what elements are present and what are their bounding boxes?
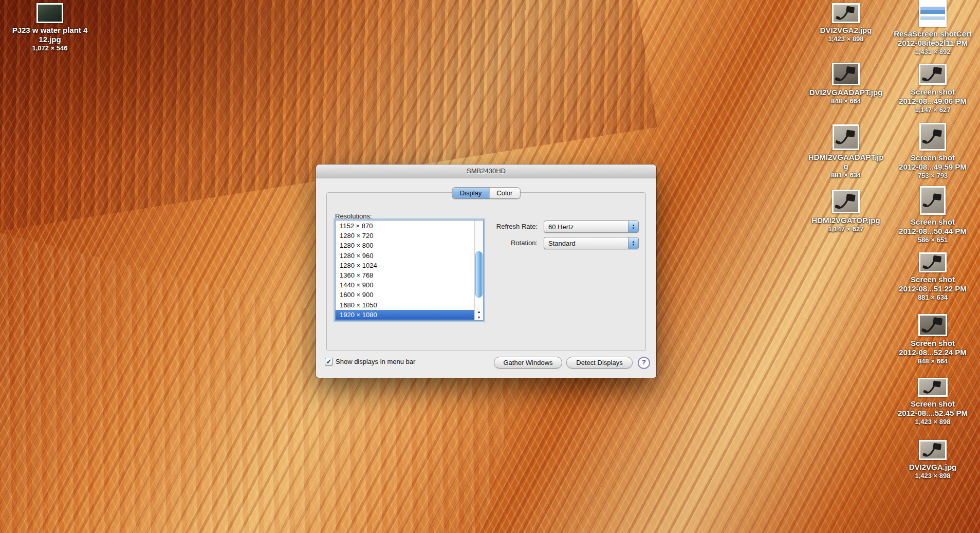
thumbnail-photo [834, 191, 858, 212]
icon-dimensions: 1,423 × 898 [886, 418, 980, 426]
rotation-label: Rotation: [455, 239, 538, 247]
thumbnail-photo [834, 64, 858, 84]
icon-dimensions: 1,147 × 627 [886, 106, 979, 114]
adapter-glyph-icon [920, 65, 945, 83]
resolution-option[interactable]: 1280 × 800 [336, 241, 475, 250]
desktop-icon[interactable]: HDMI2VGAADAPT.jpg 881 × 634 [800, 124, 892, 179]
scroll-down-arrow[interactable]: ▼ [475, 315, 483, 320]
resolutions-list[interactable]: 1152 × 8701280 × 7201280 × 8001280 × 960… [335, 220, 484, 321]
icon-dimensions: 753 × 793 [886, 172, 979, 180]
show-displays-checkbox[interactable]: ✓ [325, 358, 333, 366]
scrollbar-thumb[interactable] [475, 251, 483, 298]
file-thumbnail-icon [919, 123, 946, 151]
file-thumbnail-icon [833, 124, 859, 150]
adapter-glyph-icon [920, 442, 945, 458]
thumbnail-photo [919, 379, 946, 395]
desktop-icon[interactable]: Screen shot2012-08...49.06 PM 1,147 × 62… [886, 64, 979, 114]
resolution-option[interactable]: 1280 × 720 [336, 231, 475, 241]
thumbnail-photo [921, 188, 944, 213]
thumbnail-photo [834, 5, 858, 22]
icon-label-line: Screen shot [886, 399, 980, 409]
resolution-option[interactable]: 1440 × 900 [336, 280, 475, 290]
file-thumbnail-icon [918, 314, 947, 336]
file-thumbnail-icon [919, 0, 947, 27]
desktop-icon[interactable]: Screen shot2012-08....52.45 PM 1,423 × 8… [886, 378, 980, 426]
file-thumbnail-icon [832, 3, 860, 23]
icon-label-line: ResaScreen shotCert [886, 29, 980, 39]
adapter-glyph-icon [921, 188, 944, 213]
thumbnail-photo [920, 2, 945, 25]
thumbnail-photo [920, 442, 945, 458]
desktop-icon[interactable]: HDMI2VGATOP.jpg 1,147 × 627 [800, 190, 892, 233]
icon-label: DVI2VGAADAPT.jpg [800, 88, 892, 97]
icon-label-line: 12.jpg [1, 35, 99, 44]
icon-label-line: g [800, 162, 892, 171]
resolution-option[interactable]: 1600 × 900 [336, 290, 475, 300]
tab-display[interactable]: Display [453, 188, 489, 198]
displays-preferences-window: SMB2430HD Display Color Resolutions: 115… [316, 164, 656, 378]
resolution-option[interactable]: 1360 × 768 [336, 270, 475, 280]
adapter-glyph-icon [920, 254, 945, 271]
icon-label: DVI2VGA2.jpg [800, 26, 892, 35]
icon-label-line: Screen shot [886, 153, 979, 162]
icon-label-line: 2012-08...49.59 PM [886, 162, 979, 172]
desktop-icon[interactable]: ResaScreen shotCert2012-08ite52l11 PM 1,… [886, 0, 980, 56]
resolution-option[interactable]: 1152 × 870 [336, 221, 475, 231]
file-thumbnail-icon [36, 3, 63, 23]
resolution-option[interactable]: 1680 × 1050 [336, 300, 475, 310]
rotation-select[interactable]: Standard ▲▼ [544, 237, 639, 249]
refresh-rate-select[interactable]: 60 Hertz ▲▼ [544, 220, 639, 233]
file-thumbnail-icon [832, 63, 860, 85]
icon-label: Screen shot2012-08...50.44 PM [886, 217, 979, 236]
help-button[interactable]: ? [638, 357, 650, 369]
icon-label: Screen shot2012-08...51.22 PM [886, 275, 979, 293]
file-thumbnail-icon [919, 440, 947, 460]
icon-label-line: Screen shot [886, 275, 979, 284]
resolution-option[interactable]: 1280 × 960 [336, 251, 475, 261]
tab-color[interactable]: Color [489, 188, 520, 198]
window-title: SMB2430HD [467, 167, 506, 175]
refresh-rate-value: 60 Hertz [544, 223, 628, 231]
icon-label-line: 2012-08...52.24 PM [886, 348, 979, 357]
thumbnail-photo [921, 124, 945, 149]
icon-label: Screen shot2012-08...49.06 PM [886, 87, 979, 106]
file-thumbnail-icon [920, 186, 946, 215]
thumbnail-photo [920, 254, 945, 271]
detect-displays-button[interactable]: Detect Displays [566, 357, 633, 369]
thumbnail-photo [920, 316, 946, 335]
thumbnail-photo [920, 65, 945, 83]
desktop-icon[interactable]: Screen shot2012-08...49.59 PM 753 × 793 [886, 123, 979, 180]
desktop-icon[interactable]: PJ23 w water plant 412.jpg 1,072 × 546 [1, 3, 99, 52]
resolutions-rows: 1152 × 8701280 × 7201280 × 8001280 × 960… [336, 221, 475, 320]
resolutions-scrollbar[interactable]: ▲ ▼ [474, 220, 483, 320]
icon-dimensions: 881 × 634 [800, 171, 892, 179]
desktop-icon[interactable]: Screen shot2012-08...50.44 PM 586 × 651 [886, 186, 979, 244]
window-titlebar[interactable]: SMB2430HD [316, 164, 656, 178]
icon-label-line: HDMI2VGAADAPT.jp [800, 153, 892, 162]
popup-stepper-icon: ▲▼ [628, 221, 638, 232]
resolutions-label: Resolutions: [335, 212, 372, 220]
icon-label-line: 2012-08...49.06 PM [886, 97, 979, 106]
icon-label-line: DVI2VGAADAPT.jpg [800, 88, 892, 97]
resolution-option[interactable]: 1920 × 1080 [336, 310, 475, 320]
desktop-icon[interactable]: DVI2VGA.jpg 1,423 × 898 [886, 440, 979, 480]
desktop-icon[interactable]: DVI2VGA2.jpg 1,423 × 898 [800, 3, 892, 43]
gather-windows-button[interactable]: Gather Windows [494, 357, 562, 369]
desktop-icon[interactable]: Screen shot2012-08...52.24 PM 848 × 664 [886, 314, 979, 365]
resolution-option[interactable]: 1280 × 1024 [336, 261, 475, 270]
icon-label: Screen shot2012-08....52.45 PM [886, 399, 980, 418]
icon-label-line: DVI2VGA.jpg [886, 463, 979, 472]
icon-dimensions: 848 × 664 [886, 357, 979, 365]
icon-dimensions: 848 × 664 [800, 97, 892, 105]
adapter-glyph-icon [919, 379, 946, 395]
scroll-up-arrow[interactable]: ▲ [475, 309, 483, 315]
icon-label-line: Screen shot [886, 217, 979, 227]
adapter-glyph-icon [834, 191, 858, 212]
show-displays-checkbox-label: Show displays in menu bar [336, 358, 415, 365]
icon-label-line: 2012-08...50.44 PM [886, 227, 979, 236]
file-thumbnail-icon [918, 378, 948, 397]
desktop-icon[interactable]: DVI2VGAADAPT.jpg 848 × 664 [800, 63, 892, 105]
icon-dimensions: 586 × 651 [886, 236, 979, 244]
thumbnail-photo [834, 126, 858, 149]
desktop-icon[interactable]: Screen shot2012-08...51.22 PM 881 × 634 [886, 252, 979, 302]
